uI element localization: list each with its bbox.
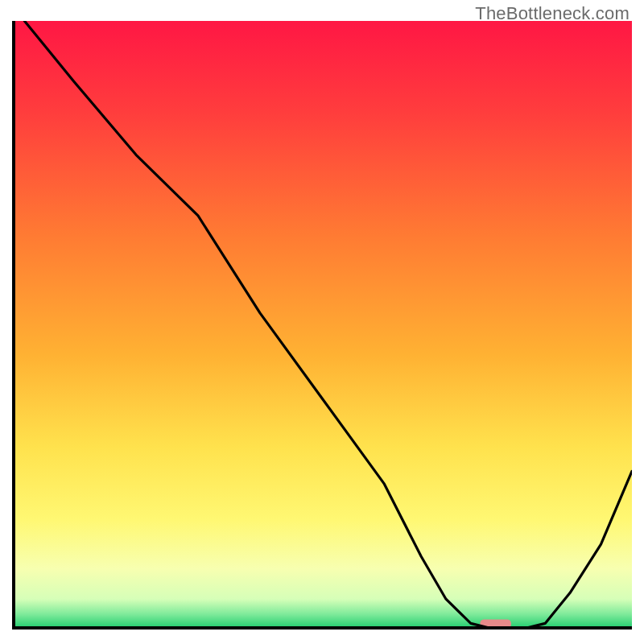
x-axis-line [12, 626, 632, 630]
bottleneck-chart [12, 21, 632, 630]
chart-svg [12, 21, 632, 630]
y-axis-line [12, 21, 15, 630]
gradient-background [12, 21, 632, 630]
